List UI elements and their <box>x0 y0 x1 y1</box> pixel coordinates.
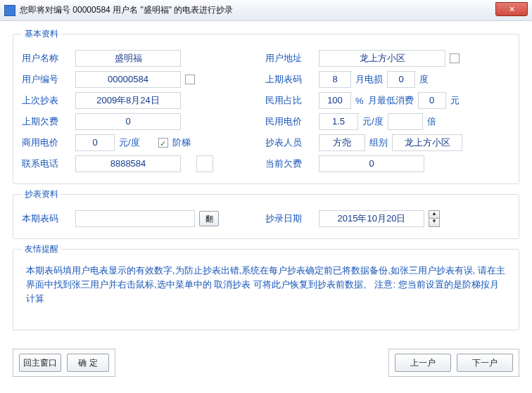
field-phone[interactable]: 8888584 <box>75 155 181 172</box>
field-user-addr[interactable]: 龙上方小区 <box>319 50 445 67</box>
field-prev-code[interactable]: 8 <box>319 71 351 88</box>
field-res-ratio[interactable]: 100 <box>319 92 351 109</box>
aux-square[interactable] <box>196 155 213 172</box>
label-com-price: 商用电价 <box>22 136 71 149</box>
group-reminder-legend: 友情提醒 <box>22 243 61 255</box>
label-user-name: 用户名称 <box>22 52 71 65</box>
label-res-price: 民用电价 <box>265 115 315 128</box>
field-user-name[interactable]: 盛明福 <box>75 50 181 67</box>
checkbox-ladder[interactable] <box>158 138 168 148</box>
label-read-date: 抄录日期 <box>265 212 315 225</box>
label-phone: 联系电话 <box>22 157 71 170</box>
unit-yuan-per-du-1: 元/度 <box>362 115 384 128</box>
label-month-loss: 月电损 <box>355 73 383 86</box>
group-reading: 抄表资料 本期表码 翻 抄录日期 2015年10月20日 ▲ ▼ <box>13 188 519 239</box>
unit-yuan-per-du-2: 元/度 <box>119 136 140 149</box>
stepper-down-icon[interactable]: ▼ <box>429 219 440 227</box>
label-user-addr: 用户地址 <box>265 52 315 65</box>
close-button[interactable]: ✕ <box>495 2 528 16</box>
label-last-read: 上次抄表 <box>22 94 71 107</box>
button-group-left: 回主窗口 确 定 <box>13 349 115 377</box>
back-main-button[interactable]: 回主窗口 <box>19 354 61 372</box>
group-reading-legend: 抄表资料 <box>22 188 61 200</box>
unit-yuan-1: 元 <box>450 94 460 107</box>
titlebar: 您即将对编号 00000584 用户名 "盛明福" 的电表进行抄录 ✕ <box>0 0 532 21</box>
field-user-no[interactable]: 00000584 <box>75 71 181 88</box>
prev-user-button[interactable]: 上一户 <box>395 354 451 372</box>
unit-du-1: 度 <box>419 73 429 86</box>
label-reader: 抄表人员 <box>265 136 315 149</box>
group-reminder: 友情提醒 本期表码填用户电表显示的有效数字,为防止抄表出错,系统在每户抄表确定前… <box>13 243 519 330</box>
field-reader[interactable]: 方尧 <box>319 134 365 151</box>
reminder-text: 本期表码填用户电表显示的有效数字,为防止抄表出错,系统在每户抄表确定前已将数据备… <box>22 261 510 323</box>
label-cur-code: 本期表码 <box>22 212 71 225</box>
label-ladder: 阶梯 <box>172 136 191 149</box>
field-read-date[interactable]: 2015年10月20日 <box>319 210 424 227</box>
next-user-button[interactable]: 下一户 <box>457 354 513 372</box>
field-group[interactable]: 龙上方小区 <box>392 134 462 151</box>
flip-button[interactable]: 翻 <box>199 211 219 226</box>
field-month-loss[interactable]: 0 <box>387 71 415 88</box>
label-res-ratio: 民用占比 <box>265 94 315 107</box>
field-res-price[interactable]: 1.5 <box>319 113 358 130</box>
label-prev-code: 上期表码 <box>265 73 315 86</box>
button-group-right: 上一户 下一户 <box>388 349 519 377</box>
field-cur-owe[interactable]: 0 <box>319 155 424 172</box>
label-min-cons: 月最低消费 <box>368 94 414 107</box>
window-title: 您即将对编号 00000584 用户名 "盛明福" 的电表进行抄录 <box>20 4 233 16</box>
field-times[interactable] <box>388 113 423 130</box>
field-prev-owe[interactable]: 0 <box>75 113 181 130</box>
field-com-price[interactable]: 0 <box>75 134 115 151</box>
date-stepper[interactable]: ▲ ▼ <box>429 210 440 227</box>
field-cur-code[interactable] <box>75 210 195 227</box>
confirm-button[interactable]: 确 定 <box>67 354 109 372</box>
group-basic: 基本资料 用户名称 盛明福 用户地址 龙上方小区 用户编号 00000584 上… <box>13 28 519 184</box>
label-group: 组别 <box>369 136 388 149</box>
group-basic-legend: 基本资料 <box>22 28 61 40</box>
checkbox-addr[interactable] <box>450 53 460 63</box>
unit-times: 倍 <box>427 115 436 128</box>
label-prev-owe: 上期欠费 <box>22 115 71 128</box>
field-min-cons[interactable]: 0 <box>418 92 446 109</box>
unit-pct: % <box>355 96 364 106</box>
app-icon <box>4 5 15 16</box>
label-cur-owe: 当前欠费 <box>265 157 315 170</box>
field-last-read[interactable]: 2009年8月24日 <box>75 92 181 109</box>
checkbox-userno[interactable] <box>185 75 195 84</box>
label-user-no: 用户编号 <box>22 73 71 86</box>
